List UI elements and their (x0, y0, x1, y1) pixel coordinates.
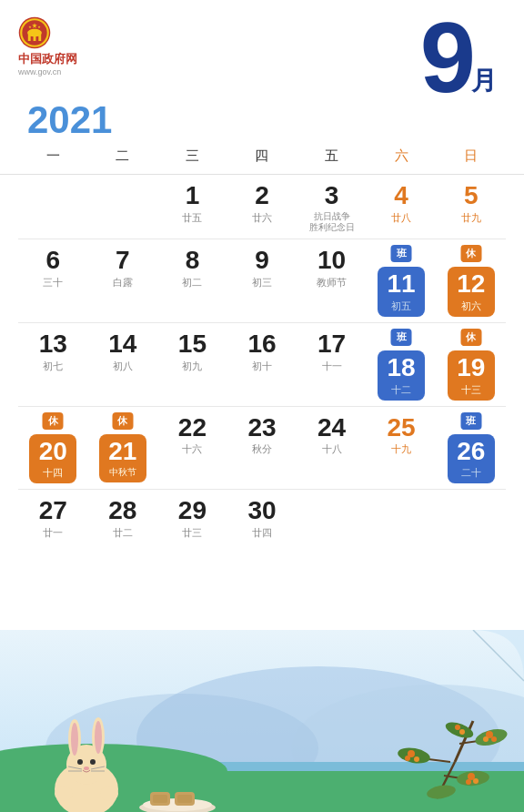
day-6: 6 三十 (18, 239, 88, 322)
day-2: 2 廿六 (227, 175, 297, 239)
day-25: 25 十九 (367, 407, 437, 490)
logo-sub: www.gov.cn (18, 67, 61, 76)
weekday-fri: 五 (297, 144, 367, 168)
ban-badge-11: 班 (391, 245, 412, 262)
xiu-badge-21: 休 (112, 412, 133, 430)
day-11-inner: 11 初五 (378, 267, 425, 317)
day-21-inner: 21 中秋节 (99, 434, 146, 483)
day-5: 5 廿九 (436, 175, 506, 239)
svg-point-56 (466, 779, 471, 785)
day-21: 休 21 中秋节 (88, 407, 158, 490)
day-23: 23 秋分 (227, 407, 297, 490)
day-14: 14 初八 (88, 323, 158, 406)
day-13: 13 初七 (18, 323, 88, 406)
empty-cell (367, 490, 437, 553)
empty-cell (18, 175, 88, 239)
day-17: 17 十一 (297, 323, 367, 406)
day-4: 4 廿八 (367, 175, 437, 239)
day-22: 22 十六 (157, 407, 227, 490)
weekday-wed: 三 (157, 144, 227, 168)
day-10: 10 教师节 (297, 239, 367, 322)
logo-name: 中国政府网 (18, 51, 77, 67)
day-7: 7 白露 (88, 239, 158, 322)
calendar-grid: 1 廿五 2 廿六 3 抗日战争胜利纪念日 4 廿八 5 廿九 6 三十 7 白… (0, 175, 524, 553)
national-emblem-icon (18, 16, 51, 49)
day-9: 9 初三 (227, 239, 297, 322)
day-27: 27 廿一 (18, 490, 88, 553)
day-20-inner: 20 十四 (29, 434, 76, 484)
bottom-scene (0, 630, 524, 812)
svg-rect-4 (31, 36, 34, 41)
empty-cell (297, 490, 367, 553)
empty-cell (436, 490, 506, 553)
weekday-mon: 一 (18, 144, 88, 168)
day-12-inner: 12 初六 (448, 267, 495, 317)
day-19: 休 19 十三 (436, 323, 506, 406)
ban-badge-18: 班 (391, 329, 412, 346)
svg-point-21 (71, 723, 78, 756)
svg-point-25 (84, 766, 89, 770)
svg-point-30 (55, 787, 73, 801)
day-8: 8 初二 (157, 239, 227, 322)
xiu-badge-12: 休 (460, 245, 481, 262)
svg-point-58 (459, 729, 465, 735)
empty-cell (88, 175, 158, 239)
svg-point-54 (468, 773, 475, 780)
day-29: 29 廿三 (157, 490, 227, 553)
day-11: 班 11 初五 (367, 239, 437, 322)
svg-rect-37 (177, 795, 192, 803)
svg-point-31 (100, 787, 118, 801)
header: 中国政府网 www.gov.cn 9 月 (0, 0, 524, 107)
svg-point-53 (405, 756, 410, 761)
day-30: 30 廿四 (227, 490, 297, 553)
logo-area: 中国政府网 www.gov.cn (18, 16, 77, 76)
xiu-badge-20: 休 (43, 412, 64, 430)
month-display: 9 月 (420, 16, 497, 107)
svg-point-49 (483, 736, 489, 742)
day-26-inner: 26 二十 (448, 434, 495, 484)
weekday-tue: 二 (88, 144, 158, 168)
day-24: 24 十八 (297, 407, 367, 490)
xiu-badge-19: 休 (460, 329, 481, 346)
month-number: 9 (420, 7, 476, 107)
svg-rect-36 (153, 795, 167, 803)
svg-rect-5 (35, 36, 38, 41)
ban-badge-26: 班 (460, 412, 481, 430)
day-1: 1 廿五 (157, 175, 227, 239)
weekday-thu: 四 (227, 144, 297, 168)
scene-svg (0, 630, 524, 812)
svg-point-22 (95, 721, 102, 754)
weekday-header: 一 二 三 四 五 六 日 (0, 144, 524, 175)
day-18: 班 18 十二 (367, 323, 437, 406)
svg-point-50 (491, 736, 497, 742)
svg-point-57 (455, 725, 460, 730)
day-20: 休 20 十四 (18, 407, 88, 490)
day-26: 班 26 二十 (436, 407, 506, 490)
calendar-page: 中国政府网 www.gov.cn 9 月 2021 一 二 三 四 五 六 日 … (0, 0, 524, 812)
weekday-sat: 六 (367, 144, 437, 168)
day-16: 16 初十 (227, 323, 297, 406)
day-19-inner: 19 十三 (448, 350, 495, 401)
svg-point-52 (414, 756, 419, 762)
svg-point-55 (473, 778, 479, 784)
svg-point-6 (27, 29, 42, 37)
day-18-inner: 18 十二 (378, 350, 425, 401)
day-12: 休 12 初六 (436, 239, 506, 322)
day-28: 28 廿二 (88, 490, 158, 553)
month-label: 月 (471, 64, 497, 98)
day-15: 15 初九 (157, 323, 227, 406)
svg-point-24 (90, 759, 96, 765)
weekday-sun: 日 (436, 144, 506, 168)
day-3: 3 抗日战争胜利纪念日 (297, 175, 367, 239)
svg-point-23 (77, 759, 83, 765)
